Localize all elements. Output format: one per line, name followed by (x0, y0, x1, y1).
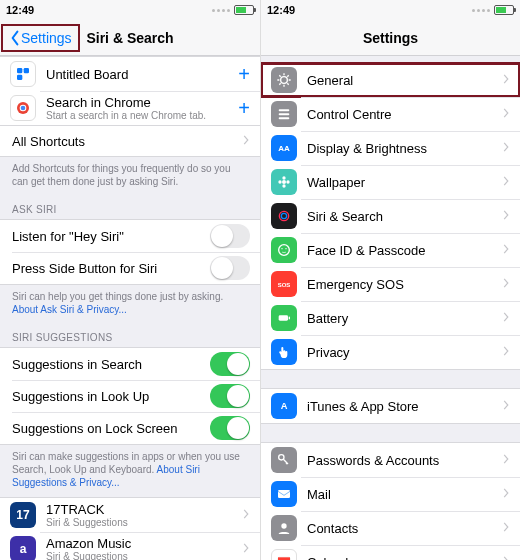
settings-row-calendar[interactable]: Calendar (261, 545, 520, 560)
svg-text:AA: AA (278, 144, 290, 153)
chevron-right-icon (502, 553, 510, 560)
add-plus-icon[interactable]: + (238, 97, 250, 120)
settings-row-general[interactable]: General (261, 63, 520, 97)
chevron-right-icon (242, 132, 250, 150)
row-label: Passwords & Accounts (307, 453, 502, 468)
A-icon: A (271, 393, 297, 419)
svg-point-17 (281, 213, 286, 218)
side-button-toggle[interactable] (210, 256, 250, 280)
settings-row-display-brightness[interactable]: AADisplay & Brightness (261, 131, 520, 165)
svg-rect-2 (17, 75, 22, 80)
settings-row-battery[interactable]: Battery (261, 301, 520, 335)
chevron-right-icon (502, 343, 510, 361)
hey-siri-toggle[interactable] (210, 224, 250, 248)
chevron-right-icon (242, 540, 250, 558)
svg-rect-0 (17, 68, 22, 73)
app-icon: 17 (10, 502, 36, 528)
svg-text:A: A (281, 401, 288, 411)
svg-point-25 (279, 455, 284, 460)
AA-icon: AA (271, 135, 297, 161)
suggestions-lookup-toggle[interactable] (210, 384, 250, 408)
key-icon (271, 447, 297, 473)
hey-siri-row[interactable]: Listen for "Hey Siri" (0, 220, 260, 252)
settings-row-wallpaper[interactable]: Wallpaper (261, 165, 520, 199)
settings-row-privacy[interactable]: Privacy (261, 335, 520, 369)
chevron-right-icon (242, 506, 250, 524)
status-time: 12:49 (6, 4, 34, 16)
add-plus-icon[interactable]: + (238, 63, 250, 86)
siri-icon (271, 203, 297, 229)
chevron-right-icon (502, 451, 510, 469)
settings-row-control-centre[interactable]: Control Centre (261, 97, 520, 131)
svg-point-14 (278, 180, 281, 183)
chevron-right-icon (502, 275, 510, 293)
hand-icon (271, 339, 297, 365)
back-button[interactable]: Settings (1, 24, 80, 52)
row-label: Privacy (307, 345, 502, 360)
svg-point-15 (286, 180, 289, 183)
right-phone: 12:49 Settings GeneralControl CentreAADi… (260, 0, 520, 560)
cal-icon (271, 549, 297, 560)
row-label: iTunes & App Store (307, 399, 502, 414)
row-label: Calendar (307, 555, 502, 561)
side-button-siri-row[interactable]: Press Side Button for Siri (0, 252, 260, 284)
svg-rect-1 (24, 68, 29, 73)
ask-siri-footer: Siri can help you get things done just b… (0, 285, 260, 324)
left-phone: 12:49 Settings Siri & Search Untitled Bo… (0, 0, 260, 560)
row-label: Control Centre (307, 107, 502, 122)
row-label: Battery (307, 311, 502, 326)
settings-row-siri-search[interactable]: Siri & Search (261, 199, 520, 233)
about-ask-siri-link[interactable]: About Ask Siri & Privacy... (12, 304, 127, 315)
settings-row-face-id-passcode[interactable]: Face ID & Passcode (261, 233, 520, 267)
mail-icon (271, 481, 297, 507)
nav-bar: Settings (261, 20, 520, 56)
settings-row-passwords-accounts[interactable]: Passwords & Accounts (261, 443, 520, 477)
all-shortcuts-row[interactable]: All Shortcuts (0, 126, 260, 156)
svg-point-6 (281, 77, 288, 84)
section-header-ask-siri: ASK SIRI (0, 196, 260, 219)
status-bar: 12:49 (261, 0, 520, 20)
battery-icon (494, 5, 514, 15)
chevron-right-icon (502, 173, 510, 191)
battery-icon (234, 5, 254, 15)
svg-point-11 (282, 180, 286, 184)
app-label: Amazon MusicSiri & Suggestions (46, 536, 242, 560)
settings-row-mail[interactable]: Mail (261, 477, 520, 511)
suggestions-lock-row[interactable]: Suggestions on Lock Screen (0, 412, 260, 444)
row-label: Wallpaper (307, 175, 502, 190)
svg-point-20 (285, 248, 286, 249)
row-label: Display & Brightness (307, 141, 502, 156)
shortcut-search-chrome[interactable]: Search in Chrome Start a search in a new… (0, 91, 260, 125)
chevron-right-icon (502, 139, 510, 157)
shortcut-untitled-board[interactable]: Untitled Board + (0, 57, 260, 91)
app-row-17track[interactable]: 1717TRACKSiri & Suggestions (0, 498, 260, 532)
gear-icon (271, 67, 297, 93)
nav-bar: Settings Siri & Search (0, 20, 260, 56)
person-icon (271, 515, 297, 541)
row-label: Mail (307, 487, 502, 502)
batt-icon (271, 305, 297, 331)
svg-point-13 (282, 184, 285, 187)
suggestions-lookup-row[interactable]: Suggestions in Look Up (0, 380, 260, 412)
settings-row-contacts[interactable]: Contacts (261, 511, 520, 545)
svg-rect-23 (289, 317, 290, 320)
status-time: 12:49 (267, 4, 295, 16)
suggestions-lock-toggle[interactable] (210, 416, 250, 440)
settings-row-emergency-sos[interactable]: SOSEmergency SOS (261, 267, 520, 301)
suggestions-search-toggle[interactable] (210, 352, 250, 376)
svg-point-12 (282, 176, 285, 179)
row-label: Emergency SOS (307, 277, 502, 292)
shortcut-label: Search in Chrome Start a search in a new… (46, 95, 238, 121)
svg-text:SOS: SOS (278, 282, 291, 288)
suggestions-search-row[interactable]: Suggestions in Search (0, 348, 260, 380)
svg-rect-26 (278, 490, 290, 498)
svg-point-5 (21, 106, 26, 111)
status-bar: 12:49 (0, 0, 260, 20)
SOS-icon: SOS (271, 271, 297, 297)
settings-row-itunes-app-store[interactable]: AiTunes & App Store (261, 389, 520, 423)
face-icon (271, 237, 297, 263)
row-label: Face ID & Passcode (307, 243, 502, 258)
back-label: Settings (21, 30, 72, 46)
section-header-suggestions: SIRI SUGGESTIONS (0, 324, 260, 347)
app-row-amazon-music[interactable]: aAmazon MusicSiri & Suggestions (0, 532, 260, 560)
